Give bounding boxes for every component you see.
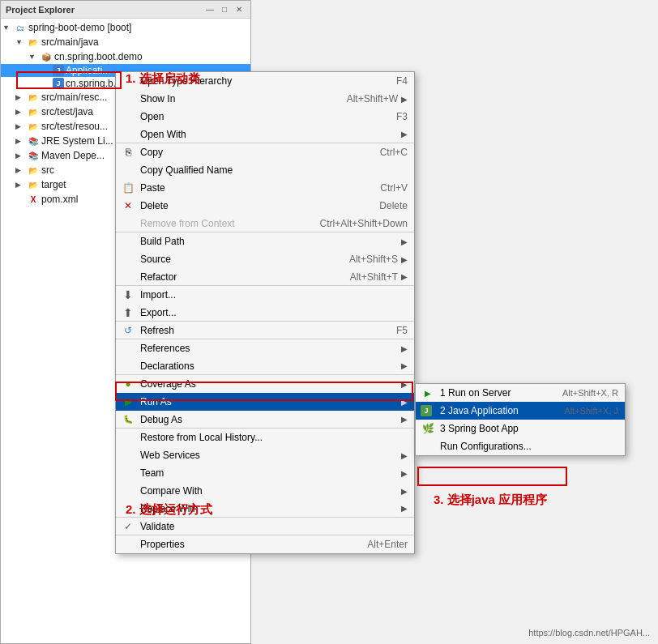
- export-icon: ⬆: [121, 305, 135, 320]
- menu-item-export[interactable]: ⬆ Export...: [116, 304, 414, 322]
- cn-spring-icon: 📦: [40, 50, 53, 63]
- submenu-java-application[interactable]: J 2 Java Application Alt+Shift+X, J: [416, 402, 625, 420]
- menu-item-show-in[interactable]: Show In Alt+Shift+W ▶: [116, 90, 414, 108]
- source-shortcut: Alt+Shift+S: [349, 254, 398, 265]
- menu-item-references[interactable]: References ▶: [116, 339, 414, 357]
- replace-with-arrow: ▶: [401, 504, 408, 513]
- menu-item-open[interactable]: Open F3: [116, 108, 414, 126]
- tree-arrow-jre: ▶: [15, 137, 27, 145]
- open-with-arrow: ▶: [401, 130, 408, 139]
- debug-as-icon: 🐛: [121, 412, 135, 427]
- build-path-label: Build Path: [140, 236, 398, 247]
- menu-item-import[interactable]: ⬇ Import...: [116, 286, 414, 304]
- menu-item-paste[interactable]: 📋 Paste Ctrl+V: [116, 179, 414, 197]
- menu-item-build-path[interactable]: Build Path ▶: [116, 232, 414, 250]
- open-label: Open: [140, 111, 380, 122]
- tree-arrow-str: ▶: [15, 122, 27, 130]
- open-type-hierarchy-shortcut: F4: [396, 75, 408, 87]
- coverage-as-arrow: ▶: [401, 380, 408, 389]
- tree-item-src-main-java[interactable]: ▼ 📂 src/main/java: [1, 35, 250, 49]
- paste-shortcut: Ctrl+V: [380, 182, 408, 194]
- tree-arrow-stj: ▶: [15, 108, 27, 116]
- menu-item-validate[interactable]: ✓ Validate: [116, 518, 414, 535]
- annotation-step3: 3. 选择java 应用程序: [434, 493, 547, 508]
- tree-label-app: Applicati...: [66, 65, 110, 76]
- tree-label-cn: cn.spring.boot.demo: [54, 51, 143, 62]
- context-menu: Open Type Hierarchy F4 Show In Alt+Shift…: [115, 71, 415, 554]
- open-with-label: Open With: [140, 129, 398, 140]
- menu-item-open-with[interactable]: Open With ▶: [116, 126, 414, 143]
- submenu-run-configurations[interactable]: Run Configurations...: [416, 437, 625, 455]
- source-label: Source: [140, 254, 333, 265]
- paste-icon: 📋: [121, 181, 135, 195]
- run-on-server-label: 1 Run on Server: [440, 387, 562, 399]
- menu-item-source[interactable]: Source Alt+Shift+S ▶: [116, 250, 414, 268]
- panel-title-bar: Project Explorer — □ ✕: [1, 1, 250, 19]
- panel-title: Project Explorer: [6, 5, 75, 15]
- panel-close-btn[interactable]: ✕: [233, 3, 246, 16]
- menu-item-coverage-as[interactable]: ● Coverage As ▶: [116, 375, 414, 393]
- menu-item-remove-from-context[interactable]: Remove from Context Ctrl+Alt+Shift+Down: [116, 215, 414, 232]
- eclipse-workspace: Project Explorer — □ ✕ ▼ 🗂 spring-boot-d…: [0, 0, 658, 644]
- submenu-run-on-server[interactable]: ▶ 1 Run on Server Alt+Shift+X, R: [416, 384, 625, 402]
- delete-shortcut: Delete: [379, 200, 408, 211]
- target-icon: 📂: [27, 178, 40, 191]
- panel-maximize-btn[interactable]: □: [218, 3, 231, 16]
- tree-item-project[interactable]: ▼ 🗂 spring-boot-demo [boot]: [1, 20, 250, 35]
- run-as-label: Run As: [140, 396, 398, 407]
- tree-item-cn-spring[interactable]: ▼ 📦 cn.spring.boot.demo: [1, 49, 250, 64]
- show-in-shortcut: Alt+Shift+W: [347, 93, 398, 104]
- spring-boot-icon: 🌿: [421, 421, 435, 436]
- menu-item-open-type-hierarchy[interactable]: Open Type Hierarchy F4: [116, 72, 414, 90]
- menu-item-compare-with[interactable]: Compare With ▶: [116, 482, 414, 500]
- run-as-icon: ▶: [121, 395, 135, 409]
- menu-item-refactor[interactable]: Refactor Alt+Shift+T ▶: [116, 268, 414, 286]
- java-app-icon: J: [421, 405, 432, 416]
- menu-item-delete[interactable]: ✕ Delete Delete: [116, 197, 414, 215]
- menu-item-replace-with[interactable]: Replace With ▶: [116, 500, 414, 518]
- jre-icon: 📚: [27, 134, 40, 147]
- tree-arrow-project: ▼: [2, 23, 14, 32]
- debug-as-label: Debug As: [140, 414, 398, 425]
- tree-label-jre: JRE System Li...: [41, 135, 113, 147]
- compare-with-arrow: ▶: [401, 487, 408, 496]
- build-path-arrow: ▶: [401, 237, 408, 246]
- src-main-java-icon: 📂: [27, 36, 40, 49]
- submenu-spring-boot-app[interactable]: 🌿 3 Spring Boot App: [416, 420, 625, 437]
- menu-item-refresh[interactable]: ↺ Refresh F5: [116, 322, 414, 339]
- declarations-arrow: ▶: [401, 361, 408, 370]
- tree-label-cn-b: cn.spring.b...: [66, 78, 122, 89]
- source-arrow: ▶: [401, 255, 408, 264]
- run-as-arrow: ▶: [401, 398, 408, 407]
- menu-item-team[interactable]: Team ▶: [116, 464, 414, 482]
- properties-shortcut: Alt+Enter: [367, 539, 408, 550]
- menu-item-debug-as[interactable]: 🐛 Debug As ▶: [116, 411, 414, 429]
- tree-arrow-target: ▶: [15, 181, 27, 189]
- copy-label: Copy: [140, 147, 364, 158]
- export-label: Export...: [140, 307, 408, 318]
- annotation-box-3: [417, 467, 567, 486]
- refresh-icon: ↺: [121, 323, 135, 338]
- tree-label-pom: pom.xml: [41, 194, 78, 205]
- import-icon: ⬇: [121, 288, 135, 302]
- menu-item-properties[interactable]: Properties Alt+Enter: [116, 535, 414, 553]
- menu-item-copy[interactable]: ⎘ Copy Ctrl+C: [116, 143, 414, 161]
- copy-shortcut: Ctrl+C: [380, 147, 408, 158]
- tree-label-maven: Maven Depe...: [41, 150, 105, 161]
- delete-icon: ✕: [121, 198, 135, 213]
- team-arrow: ▶: [401, 469, 408, 478]
- menu-item-web-services[interactable]: Web Services ▶: [116, 446, 414, 464]
- tree-label-target: target: [41, 179, 66, 190]
- src-icon: 📂: [27, 164, 40, 177]
- remove-from-context-label: Remove from Context: [140, 218, 304, 229]
- menu-item-declarations[interactable]: Declarations ▶: [116, 357, 414, 375]
- menu-item-run-as[interactable]: ▶ Run As ▶: [116, 393, 414, 411]
- tree-arrow-smr: ▶: [15, 93, 27, 101]
- menu-item-copy-qualified[interactable]: Copy Qualified Name: [116, 161, 414, 179]
- menu-item-restore[interactable]: Restore from Local History...: [116, 429, 414, 446]
- src-test-res-icon: 📂: [27, 120, 40, 133]
- web-services-arrow: ▶: [401, 451, 408, 460]
- panel-minimize-btn[interactable]: —: [203, 3, 216, 16]
- debug-as-arrow: ▶: [401, 415, 408, 424]
- src-main-res-icon: 📂: [27, 91, 40, 104]
